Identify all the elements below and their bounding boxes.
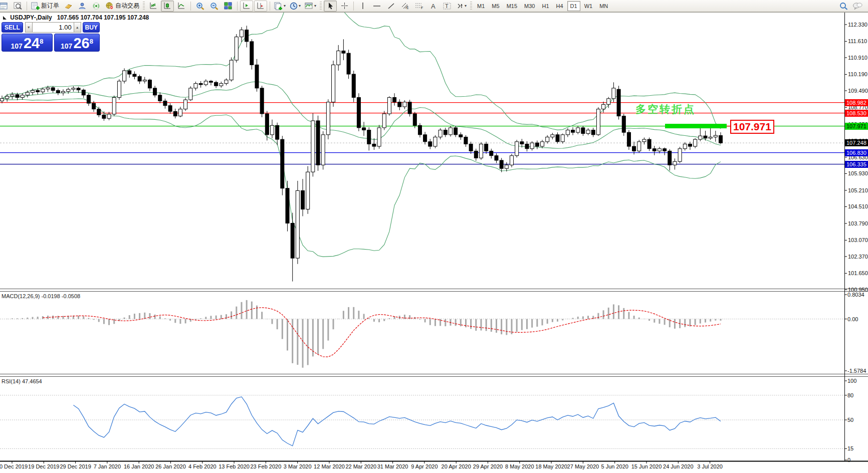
candle-bull — [637, 142, 641, 151]
candle-bear — [627, 132, 630, 146]
candle-bear — [495, 156, 498, 160]
level-price-label: 106.830 — [845, 149, 868, 156]
sell-price-box[interactable]: 107 24 8 — [2, 34, 53, 52]
candle-bear — [163, 101, 167, 105]
buy-price-sup: 8 — [90, 38, 93, 45]
candle-bear — [168, 106, 172, 112]
candle-bull — [607, 99, 610, 105]
candle-bear — [352, 74, 355, 97]
candle-bear — [128, 71, 131, 74]
candle-bull — [479, 144, 483, 158]
candle-bull — [561, 135, 564, 142]
candle-bear — [102, 115, 106, 118]
candle-bear — [87, 95, 90, 103]
time-axis-label: 18 May 2020 — [535, 463, 567, 469]
candle-bear — [265, 114, 269, 135]
candle-bear — [393, 97, 396, 102]
buy-price-big: 26 — [73, 37, 89, 50]
candle-bear — [469, 144, 473, 151]
candle-bear — [77, 88, 80, 90]
time-axis-label: 29 Dec 2019 — [60, 463, 91, 469]
candle-bull — [387, 97, 391, 114]
candle-bear — [428, 142, 432, 146]
candle-bull — [178, 109, 182, 116]
candle-bull — [72, 88, 75, 89]
candle-bull — [220, 84, 223, 86]
chart-collapse-triangle-icon[interactable] — [3, 16, 7, 20]
macd-panel — [0, 300, 844, 368]
candle-bear — [97, 109, 101, 115]
price-tick-label: 103.790 — [848, 220, 868, 226]
volume-input[interactable] — [33, 22, 74, 33]
candle-bull — [382, 114, 386, 128]
price-level-tag[interactable]: 107.971 — [730, 120, 774, 134]
candle-bear — [398, 102, 401, 107]
time-axis-label: 27 May 2020 — [567, 463, 599, 469]
rsi-panel — [0, 395, 844, 449]
candle-bull — [658, 149, 661, 151]
price-tick-label: 112.330 — [848, 22, 867, 28]
candle-bull — [515, 142, 519, 156]
price-tick-label: 110.910 — [848, 55, 867, 61]
sell-price-big: 24 — [24, 37, 40, 50]
candle-bear — [408, 102, 411, 114]
candle-bear — [16, 95, 19, 98]
candle-bull — [337, 51, 340, 65]
candle-bear — [571, 130, 575, 133]
level-price-label: 108.530 — [845, 110, 868, 117]
candle-bull — [230, 60, 233, 80]
candle-bear — [413, 114, 416, 125]
candle-bull — [306, 172, 310, 209]
time-axis-label: 9 Apr 2020 — [411, 463, 438, 469]
candle-bull — [271, 125, 274, 135]
candle-bull — [184, 100, 187, 109]
time-axis-label: 5 Jun 2020 — [601, 463, 628, 469]
price-tick-label: 101.650 — [848, 270, 868, 276]
price-tick-label: 109.490 — [848, 88, 868, 94]
macd-indicator-label: MACD(12,26,9) -0.0198 -0.0508 — [2, 293, 80, 299]
candle-bull — [123, 71, 126, 81]
price-tick-label: 104.510 — [848, 203, 868, 209]
candle-bear — [173, 111, 177, 116]
candle-bear — [520, 142, 524, 144]
candle-bull — [311, 121, 315, 172]
time-axis-label: 7 Jan 2020 — [94, 463, 121, 469]
candle-bull — [505, 165, 508, 168]
highlight-level-segment — [665, 124, 727, 128]
time-axis-label: 22 Mar 2020 — [345, 463, 376, 469]
volume-decrease-button[interactable]: ▼ — [25, 22, 33, 33]
time-axis-label: 8 May 2020 — [505, 463, 534, 469]
candle-bear — [92, 103, 96, 109]
level-price-label: 106.335 — [845, 161, 868, 168]
candle-bear — [719, 135, 722, 143]
candle-bear — [82, 90, 85, 95]
candle-bull — [225, 80, 228, 84]
time-axis-label: 13 Feb 2020 — [219, 463, 250, 469]
candle-bull — [596, 109, 600, 135]
buy-button[interactable]: BUY — [83, 22, 100, 33]
candle-bull — [321, 135, 325, 165]
candle-bull — [530, 143, 534, 149]
buy-price-box[interactable]: 107 26 8 — [54, 34, 100, 52]
rsi-axis-label: 100 — [847, 378, 856, 384]
time-axis-label: 3 Jul 2020 — [697, 463, 723, 469]
time-axis-label: 24 Jun 2020 — [663, 463, 694, 469]
candle-bull — [21, 95, 24, 98]
time-axis-label: 20 Apr 2020 — [442, 463, 471, 469]
time-axis-label: 16 Jan 2020 — [124, 463, 154, 469]
candle-bear — [688, 144, 692, 146]
sell-button[interactable]: SELL — [2, 22, 23, 33]
candle-bear — [260, 88, 264, 114]
candle-bull — [602, 104, 605, 109]
main-price-panel — [0, 0, 844, 282]
candle-bull — [449, 128, 452, 135]
candle-bear — [653, 149, 656, 151]
candle-bear — [286, 188, 289, 223]
candle-bull — [1, 99, 4, 101]
macd-axis-label: 0.8034 — [847, 292, 864, 298]
candle-bear — [36, 91, 40, 92]
time-axis-label: 19 Dec 2019 — [28, 463, 59, 469]
volume-increase-button[interactable]: ▲ — [74, 22, 81, 33]
chart-canvas[interactable] — [0, 0, 868, 473]
candle-bear — [209, 81, 212, 82]
